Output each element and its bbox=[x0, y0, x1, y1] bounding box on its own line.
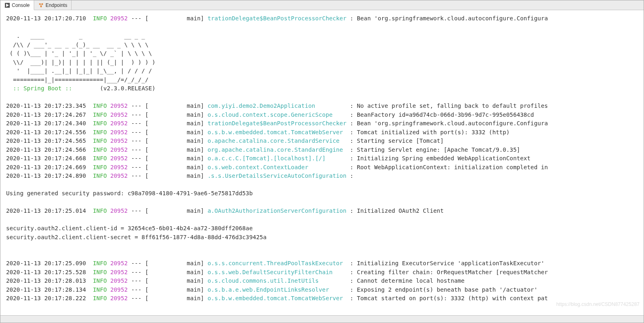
tab-bar: Console Endpoints bbox=[0, 0, 644, 10]
tab-endpoints-label: Endpoints bbox=[46, 2, 67, 8]
tab-console-label: Console bbox=[12, 2, 30, 8]
console-output[interactable]: 2020-11-13 20:17:20.710 INFO 20952 --- [… bbox=[0, 10, 644, 307]
tab-endpoints[interactable]: Endpoints bbox=[34, 0, 72, 10]
endpoints-icon bbox=[38, 2, 44, 8]
tab-console[interactable]: Console bbox=[0, 0, 34, 10]
console-panel: 2020-11-13 20:17:20.710 INFO 20952 --- [… bbox=[0, 10, 644, 315]
status-bar bbox=[0, 315, 644, 323]
play-icon bbox=[4, 2, 10, 8]
